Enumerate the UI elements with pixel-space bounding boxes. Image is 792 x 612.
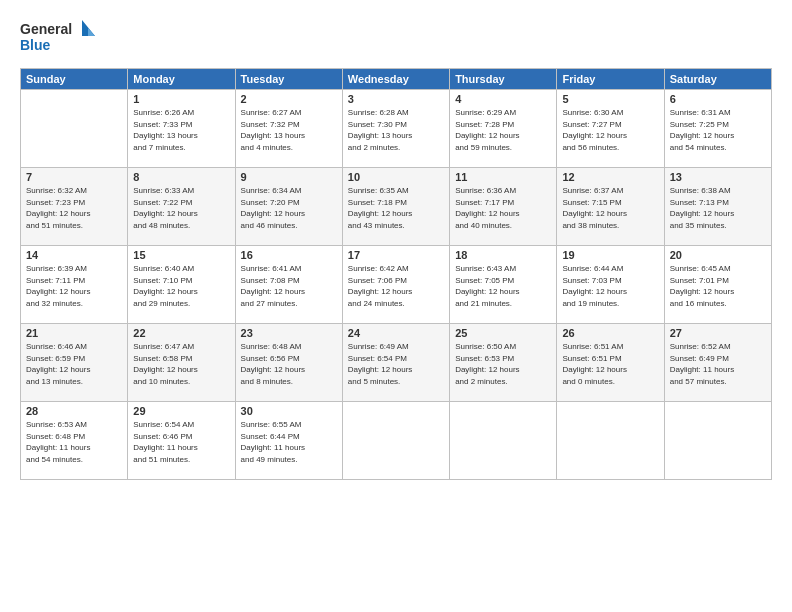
day-cell: 2Sunrise: 6:27 AMSunset: 7:32 PMDaylight… xyxy=(235,90,342,168)
day-info: Sunrise: 6:35 AMSunset: 7:18 PMDaylight:… xyxy=(348,185,444,231)
day-cell xyxy=(21,90,128,168)
day-info: Sunrise: 6:38 AMSunset: 7:13 PMDaylight:… xyxy=(670,185,766,231)
day-number: 27 xyxy=(670,327,766,339)
svg-text:Blue: Blue xyxy=(20,37,51,53)
day-cell: 18Sunrise: 6:43 AMSunset: 7:05 PMDayligh… xyxy=(450,246,557,324)
col-header-thursday: Thursday xyxy=(450,69,557,90)
day-cell: 19Sunrise: 6:44 AMSunset: 7:03 PMDayligh… xyxy=(557,246,664,324)
day-cell: 6Sunrise: 6:31 AMSunset: 7:25 PMDaylight… xyxy=(664,90,771,168)
day-cell: 27Sunrise: 6:52 AMSunset: 6:49 PMDayligh… xyxy=(664,324,771,402)
day-cell: 3Sunrise: 6:28 AMSunset: 7:30 PMDaylight… xyxy=(342,90,449,168)
day-info: Sunrise: 6:37 AMSunset: 7:15 PMDaylight:… xyxy=(562,185,658,231)
week-row-3: 14Sunrise: 6:39 AMSunset: 7:11 PMDayligh… xyxy=(21,246,772,324)
day-info: Sunrise: 6:49 AMSunset: 6:54 PMDaylight:… xyxy=(348,341,444,387)
day-number: 5 xyxy=(562,93,658,105)
day-info: Sunrise: 6:30 AMSunset: 7:27 PMDaylight:… xyxy=(562,107,658,153)
day-cell xyxy=(450,402,557,480)
day-info: Sunrise: 6:47 AMSunset: 6:58 PMDaylight:… xyxy=(133,341,229,387)
day-info: Sunrise: 6:44 AMSunset: 7:03 PMDaylight:… xyxy=(562,263,658,309)
day-number: 12 xyxy=(562,171,658,183)
day-number: 3 xyxy=(348,93,444,105)
day-cell: 15Sunrise: 6:40 AMSunset: 7:10 PMDayligh… xyxy=(128,246,235,324)
day-info: Sunrise: 6:26 AMSunset: 7:33 PMDaylight:… xyxy=(133,107,229,153)
day-cell: 22Sunrise: 6:47 AMSunset: 6:58 PMDayligh… xyxy=(128,324,235,402)
day-number: 16 xyxy=(241,249,337,261)
day-number: 20 xyxy=(670,249,766,261)
calendar-table: SundayMondayTuesdayWednesdayThursdayFrid… xyxy=(20,68,772,480)
day-cell: 12Sunrise: 6:37 AMSunset: 7:15 PMDayligh… xyxy=(557,168,664,246)
day-cell: 10Sunrise: 6:35 AMSunset: 7:18 PMDayligh… xyxy=(342,168,449,246)
day-cell: 7Sunrise: 6:32 AMSunset: 7:23 PMDaylight… xyxy=(21,168,128,246)
day-number: 8 xyxy=(133,171,229,183)
col-header-monday: Monday xyxy=(128,69,235,90)
day-info: Sunrise: 6:29 AMSunset: 7:28 PMDaylight:… xyxy=(455,107,551,153)
day-cell: 23Sunrise: 6:48 AMSunset: 6:56 PMDayligh… xyxy=(235,324,342,402)
day-number: 7 xyxy=(26,171,122,183)
day-info: Sunrise: 6:28 AMSunset: 7:30 PMDaylight:… xyxy=(348,107,444,153)
week-row-5: 28Sunrise: 6:53 AMSunset: 6:48 PMDayligh… xyxy=(21,402,772,480)
day-number: 10 xyxy=(348,171,444,183)
day-number: 2 xyxy=(241,93,337,105)
day-cell: 30Sunrise: 6:55 AMSunset: 6:44 PMDayligh… xyxy=(235,402,342,480)
day-cell: 29Sunrise: 6:54 AMSunset: 6:46 PMDayligh… xyxy=(128,402,235,480)
day-number: 4 xyxy=(455,93,551,105)
day-info: Sunrise: 6:31 AMSunset: 7:25 PMDaylight:… xyxy=(670,107,766,153)
logo: General Blue xyxy=(20,16,100,62)
day-info: Sunrise: 6:55 AMSunset: 6:44 PMDaylight:… xyxy=(241,419,337,465)
day-info: Sunrise: 6:53 AMSunset: 6:48 PMDaylight:… xyxy=(26,419,122,465)
day-info: Sunrise: 6:41 AMSunset: 7:08 PMDaylight:… xyxy=(241,263,337,309)
day-number: 13 xyxy=(670,171,766,183)
day-cell: 24Sunrise: 6:49 AMSunset: 6:54 PMDayligh… xyxy=(342,324,449,402)
col-header-saturday: Saturday xyxy=(664,69,771,90)
day-info: Sunrise: 6:40 AMSunset: 7:10 PMDaylight:… xyxy=(133,263,229,309)
day-cell: 17Sunrise: 6:42 AMSunset: 7:06 PMDayligh… xyxy=(342,246,449,324)
day-info: Sunrise: 6:51 AMSunset: 6:51 PMDaylight:… xyxy=(562,341,658,387)
day-info: Sunrise: 6:34 AMSunset: 7:20 PMDaylight:… xyxy=(241,185,337,231)
day-info: Sunrise: 6:48 AMSunset: 6:56 PMDaylight:… xyxy=(241,341,337,387)
day-cell: 14Sunrise: 6:39 AMSunset: 7:11 PMDayligh… xyxy=(21,246,128,324)
day-number: 21 xyxy=(26,327,122,339)
day-cell: 1Sunrise: 6:26 AMSunset: 7:33 PMDaylight… xyxy=(128,90,235,168)
day-cell: 28Sunrise: 6:53 AMSunset: 6:48 PMDayligh… xyxy=(21,402,128,480)
col-header-tuesday: Tuesday xyxy=(235,69,342,90)
day-cell: 4Sunrise: 6:29 AMSunset: 7:28 PMDaylight… xyxy=(450,90,557,168)
day-number: 22 xyxy=(133,327,229,339)
day-info: Sunrise: 6:33 AMSunset: 7:22 PMDaylight:… xyxy=(133,185,229,231)
day-info: Sunrise: 6:27 AMSunset: 7:32 PMDaylight:… xyxy=(241,107,337,153)
week-row-4: 21Sunrise: 6:46 AMSunset: 6:59 PMDayligh… xyxy=(21,324,772,402)
week-row-2: 7Sunrise: 6:32 AMSunset: 7:23 PMDaylight… xyxy=(21,168,772,246)
day-cell: 8Sunrise: 6:33 AMSunset: 7:22 PMDaylight… xyxy=(128,168,235,246)
day-number: 15 xyxy=(133,249,229,261)
day-cell: 11Sunrise: 6:36 AMSunset: 7:17 PMDayligh… xyxy=(450,168,557,246)
day-number: 24 xyxy=(348,327,444,339)
day-info: Sunrise: 6:46 AMSunset: 6:59 PMDaylight:… xyxy=(26,341,122,387)
day-cell xyxy=(342,402,449,480)
day-cell: 26Sunrise: 6:51 AMSunset: 6:51 PMDayligh… xyxy=(557,324,664,402)
col-header-wednesday: Wednesday xyxy=(342,69,449,90)
day-info: Sunrise: 6:45 AMSunset: 7:01 PMDaylight:… xyxy=(670,263,766,309)
day-number: 26 xyxy=(562,327,658,339)
day-number: 19 xyxy=(562,249,658,261)
day-cell: 13Sunrise: 6:38 AMSunset: 7:13 PMDayligh… xyxy=(664,168,771,246)
day-number: 1 xyxy=(133,93,229,105)
day-cell: 9Sunrise: 6:34 AMSunset: 7:20 PMDaylight… xyxy=(235,168,342,246)
day-number: 23 xyxy=(241,327,337,339)
day-cell: 20Sunrise: 6:45 AMSunset: 7:01 PMDayligh… xyxy=(664,246,771,324)
day-cell: 16Sunrise: 6:41 AMSunset: 7:08 PMDayligh… xyxy=(235,246,342,324)
day-cell xyxy=(664,402,771,480)
day-cell: 5Sunrise: 6:30 AMSunset: 7:27 PMDaylight… xyxy=(557,90,664,168)
day-number: 30 xyxy=(241,405,337,417)
day-number: 6 xyxy=(670,93,766,105)
day-info: Sunrise: 6:50 AMSunset: 6:53 PMDaylight:… xyxy=(455,341,551,387)
day-info: Sunrise: 6:52 AMSunset: 6:49 PMDaylight:… xyxy=(670,341,766,387)
col-header-sunday: Sunday xyxy=(21,69,128,90)
day-info: Sunrise: 6:39 AMSunset: 7:11 PMDaylight:… xyxy=(26,263,122,309)
day-cell: 25Sunrise: 6:50 AMSunset: 6:53 PMDayligh… xyxy=(450,324,557,402)
day-number: 9 xyxy=(241,171,337,183)
week-row-1: 1Sunrise: 6:26 AMSunset: 7:33 PMDaylight… xyxy=(21,90,772,168)
day-cell: 21Sunrise: 6:46 AMSunset: 6:59 PMDayligh… xyxy=(21,324,128,402)
day-cell xyxy=(557,402,664,480)
day-number: 17 xyxy=(348,249,444,261)
day-number: 28 xyxy=(26,405,122,417)
day-info: Sunrise: 6:43 AMSunset: 7:05 PMDaylight:… xyxy=(455,263,551,309)
